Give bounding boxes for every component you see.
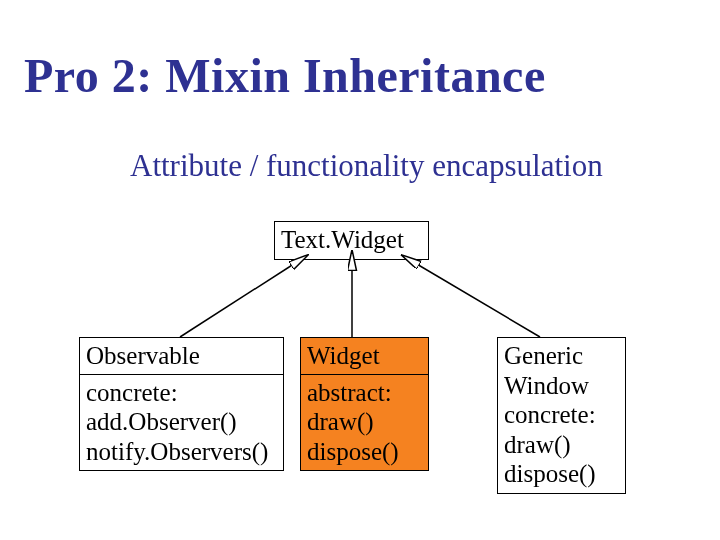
class-box-textwidget: Text.Widget [274,221,429,260]
method: add.Observer() [86,407,277,437]
class-line: Generic [504,341,619,371]
method: notify.Observers() [86,437,277,467]
slide-title: Pro 2: Mixin Inheritance [24,48,546,103]
method: dispose() [504,459,619,489]
method: draw() [504,430,619,460]
class-box-observable: Observable concrete: add.Observer() noti… [79,337,284,471]
class-name: Observable [86,341,277,371]
section-label: abstract: [307,378,422,408]
divider [80,374,283,375]
section-label: concrete: [86,378,277,408]
method: draw() [307,407,422,437]
class-line: Window [504,371,619,401]
section-label: concrete: [504,400,619,430]
class-name: Widget [307,341,422,371]
arrow-generic-to-textwidget [410,260,540,337]
class-name: Text.Widget [281,225,422,255]
slide-subtitle: Attribute / functionality encapsulation [130,148,603,184]
arrow-observable-to-textwidget [180,260,300,337]
method: dispose() [307,437,422,467]
divider [301,374,428,375]
class-box-generic-window: Generic Window concrete: draw() dispose(… [497,337,626,494]
class-box-widget: Widget abstract: draw() dispose() [300,337,429,471]
